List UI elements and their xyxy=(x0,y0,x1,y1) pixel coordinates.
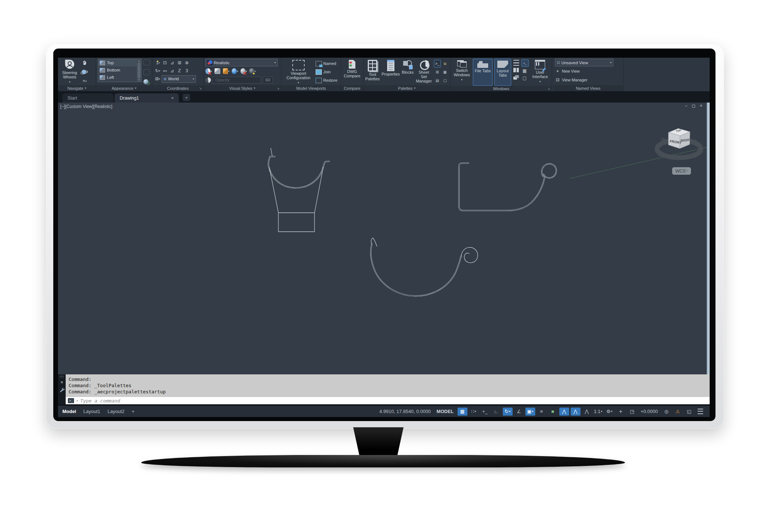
compass-east[interactable]: E xyxy=(693,153,696,159)
new-view-button[interactable]: ⌖New View xyxy=(555,67,580,75)
scroll-thumb[interactable] xyxy=(138,63,140,78)
profile-box-gutter[interactable] xyxy=(459,163,556,211)
viewport-controls[interactable]: [−][Custom View][Realistic] xyxy=(60,104,112,109)
visual-style-dropdown[interactable]: Realistic ▾ xyxy=(205,59,278,66)
close-tab-icon[interactable]: × xyxy=(171,96,174,101)
restore-viewports-button[interactable]: Restore xyxy=(316,76,337,84)
annotation-visibility-toggle[interactable]: ⋀ xyxy=(559,408,569,416)
ucs-3point-button[interactable]: 3 xyxy=(184,68,190,74)
panel-label-named-views[interactable]: Named Views xyxy=(553,85,623,91)
customization-menu-button[interactable] xyxy=(695,408,705,416)
user-interface-button[interactable]: User Interface ▾ xyxy=(531,59,550,85)
content-basket-button[interactable]: ▢ xyxy=(441,77,448,84)
quickcalc-window-button[interactable]: ▦ xyxy=(521,68,528,74)
tool-palettes-button[interactable]: Tool Palettes xyxy=(365,59,380,85)
ucs-icon-settings-button[interactable]: ⊞▾ xyxy=(154,76,161,82)
view-list-item-top[interactable]: Top xyxy=(98,59,137,66)
lineweight-toggle[interactable]: ≡ xyxy=(537,408,547,416)
zoom-extents-button[interactable]: ×▾ xyxy=(81,78,88,84)
annotation-scale-icon[interactable]: ⋀ xyxy=(582,408,592,416)
ucs-view-button[interactable]: ⊞ xyxy=(176,59,183,66)
viewcube[interactable]: S E N W TOP FRONT RIGHT WCS xyxy=(657,128,701,174)
markup-palette-button[interactable]: ⧉ xyxy=(441,60,448,68)
ucs-rotate-button[interactable]: ↻▾ xyxy=(154,68,161,74)
tab-start[interactable]: Start xyxy=(62,93,113,103)
status-bar-lines-button[interactable] xyxy=(513,59,520,66)
annotation-autoscale-toggle[interactable]: ⋀ xyxy=(571,408,580,416)
close-icon[interactable]: × xyxy=(700,103,702,108)
panel-label-compare[interactable]: Compare xyxy=(341,85,363,91)
ucs-icon-button[interactable]: ↥▾ xyxy=(154,59,161,66)
panel-label-coordinates[interactable]: Coordinates↘ xyxy=(153,85,203,91)
scroll-down-icon[interactable]: ▾ xyxy=(138,78,140,81)
profile-half-round[interactable] xyxy=(371,238,478,296)
viewport-configuration-button[interactable]: Viewport Configuration ▾ xyxy=(283,59,314,85)
basket-window-button[interactable]: ▢ xyxy=(521,75,528,81)
blocks-button[interactable]: Blocks xyxy=(402,59,414,85)
panel-expander-icon[interactable]: ↘ xyxy=(199,86,202,90)
ucs-world-button[interactable]: ⊕ xyxy=(184,59,190,66)
snap-toggle[interactable]: ∷▾ xyxy=(469,408,479,416)
view-list-item-bottom[interactable]: Bottom xyxy=(98,66,137,74)
named-view-dropdown[interactable]: ⊡ Unsaved View ▾ xyxy=(555,59,613,66)
section-plane-button[interactable]: ▾ xyxy=(205,68,212,74)
ortho-toggle[interactable]: ∟ xyxy=(491,408,501,416)
dwg-compare-button[interactable]: DWG Compare xyxy=(343,59,361,85)
lighting-button[interactable]: ▾ xyxy=(249,68,256,74)
customize-wrench-icon[interactable] xyxy=(59,387,65,392)
vertical-scrollbar[interactable] xyxy=(707,103,710,374)
pan-button[interactable] xyxy=(81,59,88,66)
clean-screen-button[interactable]: ◱ xyxy=(684,408,694,416)
ucs-z-button[interactable]: Z xyxy=(176,68,183,74)
command-input[interactable]: >_ ▾ Type a command xyxy=(66,397,710,404)
extract-edges-button[interactable] xyxy=(214,68,221,74)
annotation-scale-value[interactable]: 1:1▾ xyxy=(593,408,603,416)
crosshair-button[interactable]: + xyxy=(616,408,626,416)
orbit-button[interactable]: ▾ xyxy=(81,69,88,75)
shadows-button[interactable]: ▾ xyxy=(240,68,247,74)
scroll-up-icon[interactable]: ▴ xyxy=(138,59,140,62)
annotation-monitor-button[interactable]: ◎ xyxy=(661,408,671,416)
new-drawing-button[interactable]: + xyxy=(183,94,190,101)
isodraft-toggle[interactable]: ∠ xyxy=(514,408,524,416)
grid-toggle[interactable]: ▦ xyxy=(458,408,467,416)
sheet-list-button[interactable]: ▤ xyxy=(434,77,441,84)
drag-grip-icon[interactable] xyxy=(59,375,64,378)
chevron-down-icon[interactable]: ▾ xyxy=(76,399,78,402)
opacity-slider[interactable]: Opacity xyxy=(213,77,261,84)
model-space-canvas[interactable]: S E N W TOP FRONT RIGHT WCS xyxy=(58,103,710,374)
sheet-set-manager-button[interactable]: Sheet Set Manager xyxy=(416,59,432,85)
ucs-previous-button[interactable]: ↤ xyxy=(162,68,168,74)
tab-drawing1[interactable]: Drawing1 × xyxy=(115,93,179,103)
object-snap-toggle[interactable]: ▣▾ xyxy=(525,408,535,416)
view-list-scrollbar[interactable]: ▴ ▾ xyxy=(137,59,141,82)
cascade-button[interactable] xyxy=(513,74,520,81)
dynamic-input-toggle[interactable]: +_ xyxy=(480,408,490,416)
compass-south[interactable]: S xyxy=(658,151,661,157)
ucs-object-button[interactable]: ⊿ xyxy=(169,68,175,74)
view-list[interactable]: Top Bottom Left ▴ ▾ xyxy=(98,59,142,82)
opacity-value[interactable]: 60 xyxy=(263,77,273,84)
plot-palette-button[interactable]: ⊞ xyxy=(434,68,441,76)
file-tabs-toggle[interactable]: File Tabs xyxy=(473,59,492,86)
ucs-origin-button[interactable]: ⊿ xyxy=(169,59,175,66)
new-layout-button[interactable]: + xyxy=(132,409,135,414)
ucs-named-button[interactable]: ⊡ xyxy=(162,59,168,66)
tab-layout1[interactable]: Layout1 xyxy=(84,409,100,414)
panel-expander-icon[interactable]: ↘ xyxy=(547,87,550,90)
workspace-gear-button[interactable]: ⚙▾ xyxy=(605,408,614,416)
minimize-icon[interactable]: − xyxy=(685,103,687,108)
edge-color-button[interactable]: ▾ xyxy=(223,68,229,74)
panel-label-palettes[interactable]: Palettes▾ xyxy=(363,85,450,91)
close-command-icon[interactable]: × xyxy=(61,380,63,385)
shading-button[interactable]: ▾ xyxy=(232,68,238,74)
units-cube-button[interactable]: ◳ xyxy=(627,408,637,416)
restore-icon[interactable]: ◻ xyxy=(692,103,695,108)
wcs-label[interactable]: WCS xyxy=(675,169,686,174)
command-line-toggle[interactable]: >_ xyxy=(521,59,529,67)
quickcalc-button[interactable]: ▦ xyxy=(441,68,448,76)
view-manager-button[interactable]: ⊟View Manager xyxy=(555,76,587,84)
compass-north[interactable]: N xyxy=(693,138,697,144)
ucs-dropdown[interactable]: ⊕ World ▾ xyxy=(162,75,196,83)
panel-label-navigate[interactable]: Navigate▾ xyxy=(58,85,96,91)
